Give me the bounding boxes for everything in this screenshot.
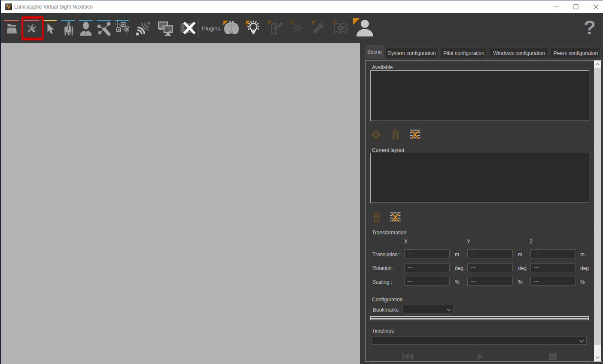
svg-text:?: ? [584, 20, 596, 39]
